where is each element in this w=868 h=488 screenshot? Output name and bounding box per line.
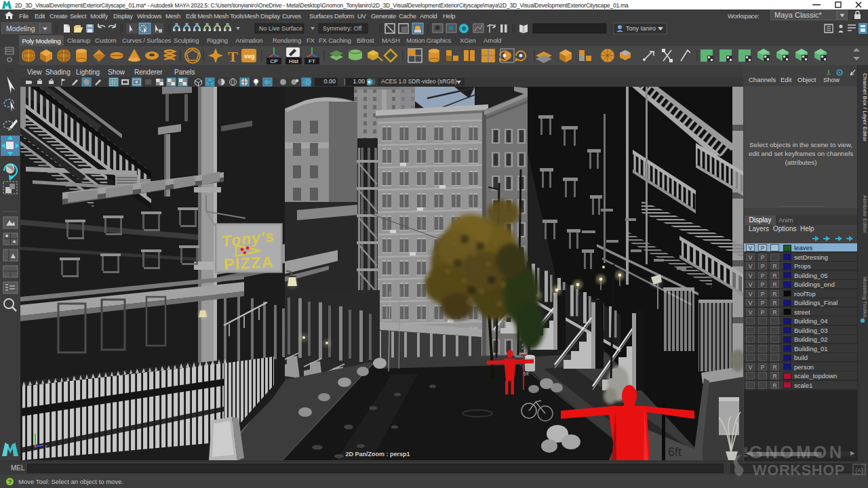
- svg-text:?: ?: [8, 479, 12, 485]
- svg-text:PIZZA: PIZZA: [223, 253, 274, 273]
- svg-text:FT: FT: [309, 58, 315, 64]
- svg-text:Hist: Hist: [289, 58, 299, 64]
- svg-text:T: T: [228, 48, 238, 65]
- svg-text:Symmetry: Off: Symmetry: Off: [323, 25, 362, 32]
- svg-text:No Live Surface: No Live Surface: [259, 25, 302, 32]
- svg-text:6ft: 6ft: [524, 371, 529, 376]
- svg-text:svg: svg: [244, 53, 255, 60]
- svg-text:Tony Ianiro: Tony Ianiro: [626, 25, 656, 32]
- svg-text:z: z: [45, 444, 47, 449]
- svg-text:CP: CP: [270, 58, 277, 64]
- svg-text:6ft: 6ft: [668, 445, 682, 459]
- svg-text:2D Pan/Zoom : persp1: 2D Pan/Zoom : persp1: [345, 451, 410, 458]
